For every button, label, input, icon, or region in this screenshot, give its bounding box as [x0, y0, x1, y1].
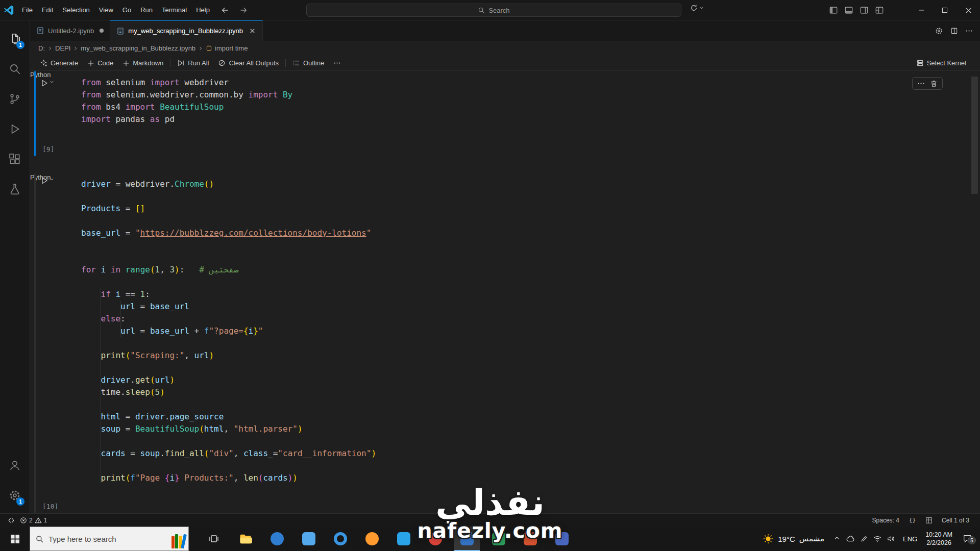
more-actions-button[interactable]	[965, 27, 973, 35]
run-cell-button[interactable]	[40, 79, 55, 87]
indent-guide	[120, 300, 121, 337]
maximize-button[interactable]	[933, 0, 957, 20]
toolbar-generate-button[interactable]: Generate	[35, 57, 83, 70]
wifi-tray-icon[interactable]	[873, 536, 881, 542]
teams[interactable]	[549, 527, 575, 551]
split-editor-button[interactable]	[950, 27, 958, 35]
close-icon	[249, 27, 256, 35]
activity-extensions[interactable]	[3, 144, 27, 174]
browser-app[interactable]	[328, 527, 353, 551]
cloud-tray-icon[interactable]	[846, 535, 855, 542]
problems-indicator[interactable]: 2 1	[17, 515, 50, 526]
media-app[interactable]	[423, 527, 448, 551]
file-explorer[interactable]	[233, 527, 258, 551]
activity-accounts[interactable]	[3, 450, 27, 480]
cell-code[interactable]: driver = webdriver.Chrome() Products = […	[81, 178, 952, 484]
warning-count: 1	[44, 517, 47, 524]
toolbar-add-code-button[interactable]: Code	[83, 57, 118, 70]
menu-terminal[interactable]: Terminal	[157, 0, 191, 20]
excel[interactable]	[486, 527, 511, 551]
menu-go[interactable]: Go	[118, 0, 136, 20]
sparkle-icon	[40, 59, 47, 67]
vscode[interactable]	[391, 527, 416, 551]
toolbar-label: Run All	[188, 59, 209, 67]
status-braces[interactable]: {}	[906, 515, 919, 526]
plus-icon	[122, 60, 130, 67]
delete-cell-icon[interactable]	[930, 80, 938, 87]
command-center-search[interactable]: Search	[306, 4, 681, 17]
toolbar-run-all-button[interactable]: Run All	[173, 57, 213, 70]
activity-settings[interactable]: 1	[3, 480, 27, 510]
menu-file[interactable]: File	[17, 0, 37, 20]
code-line: print("Scraping:", url)	[81, 349, 952, 362]
language-indicator[interactable]: ENG	[901, 535, 919, 543]
editor-scrollbar[interactable]	[971, 77, 978, 194]
code-line: from bs4 import BeautifulSoup	[81, 101, 952, 113]
remote-indicator[interactable]	[5, 515, 17, 526]
menu-run[interactable]: Run	[136, 0, 157, 20]
breadcrumb-item[interactable]: import time	[206, 44, 248, 52]
weather-widget[interactable]: 19°C مشمس	[760, 533, 827, 544]
toolbar-outline-button[interactable]: Outline	[288, 57, 329, 70]
forward-button[interactable]	[236, 3, 251, 18]
notebook-cell[interactable]: driver = webdriver.Chrome() Products = […	[30, 173, 973, 513]
activity-source-control[interactable]	[3, 84, 27, 114]
powerpoint[interactable]	[518, 527, 543, 551]
toolbar-add-markdown-button[interactable]: Markdown	[118, 57, 168, 70]
close-window-button[interactable]	[957, 0, 980, 20]
breadcrumb-item[interactable]: DEPI	[55, 44, 70, 52]
pen-tray-icon[interactable]	[861, 535, 868, 542]
plus-icon	[87, 60, 94, 67]
tab-2[interactable]: my_web_scrapping_in_Bubblezz.ipynb	[110, 20, 263, 41]
toolbar-more-button[interactable]	[329, 57, 346, 70]
show-hidden-icons-button[interactable]	[834, 534, 840, 543]
modified-dot-icon[interactable]	[100, 29, 104, 33]
toggle-panel-icon[interactable]	[844, 6, 853, 15]
activity-testing[interactable]	[3, 174, 27, 204]
breadcrumb-label: DEPI	[55, 44, 70, 52]
microsoft-store[interactable]	[296, 527, 322, 551]
edge-browser[interactable]	[264, 527, 290, 551]
task-view-button[interactable]	[201, 527, 227, 551]
minimize-button[interactable]	[910, 0, 933, 20]
activity-run-debug[interactable]	[3, 114, 27, 144]
start-button[interactable]	[0, 527, 30, 551]
cell-code[interactable]: from selenium import webdriverfrom selen…	[81, 77, 952, 126]
tab-label: my_web_scrapping_in_Bubblezz.ipynb	[128, 27, 243, 35]
notebook-settings-button[interactable]	[935, 27, 943, 35]
tab-1[interactable]: Untitled-2.ipynb	[30, 20, 110, 41]
status-layout[interactable]	[923, 515, 935, 526]
toolbar-select-kernel-button[interactable]: Select Kernel	[912, 57, 971, 70]
toggle-secondary-sidebar-icon[interactable]	[860, 6, 869, 15]
taskbar-search[interactable]: Type here to search	[30, 527, 189, 551]
more-actions-icon[interactable]	[917, 80, 925, 87]
active-app[interactable]	[454, 527, 480, 551]
status-cell-indicator[interactable]: Cell 1 of 3	[939, 515, 972, 526]
clock[interactable]: 10:20 AM 2/2/2026	[925, 531, 952, 547]
chevron-down-icon	[699, 5, 704, 11]
cell-focus-bar	[34, 71, 36, 156]
chevron-right-icon	[47, 45, 53, 52]
run-cell-button[interactable]	[40, 177, 55, 185]
status-indentation[interactable]: Spaces: 4	[870, 515, 902, 526]
breadcrumb-item[interactable]: D:	[38, 44, 45, 52]
customize-layout-icon[interactable]	[875, 6, 884, 15]
tray-icons	[846, 535, 895, 542]
activity-explorer[interactable]: 1	[3, 23, 27, 54]
firefox[interactable]	[359, 527, 385, 551]
activity-search[interactable]	[3, 54, 27, 84]
menu-view[interactable]: View	[94, 0, 118, 20]
sync-button[interactable]	[690, 4, 704, 12]
breadcrumb-item[interactable]: my_web_scrapping_in_Bubblezz.ipynb	[81, 44, 195, 52]
menu-help[interactable]: Help	[191, 0, 214, 20]
toggle-sidebar-icon[interactable]	[829, 6, 838, 15]
notebook-cell[interactable]: from selenium import webdriverfrom selen…	[30, 71, 973, 156]
menu-selection[interactable]: Selection	[58, 0, 94, 20]
clear-icon	[218, 59, 226, 67]
code-line: from selenium.webdriver.common.by import…	[81, 89, 952, 101]
action-center-button[interactable]: 5	[959, 534, 976, 543]
toolbar-clear-outputs-button[interactable]: Clear All Outputs	[213, 57, 283, 70]
speaker-tray-icon[interactable]	[887, 535, 895, 542]
back-button[interactable]	[217, 3, 233, 18]
menu-edit[interactable]: Edit	[37, 0, 58, 20]
